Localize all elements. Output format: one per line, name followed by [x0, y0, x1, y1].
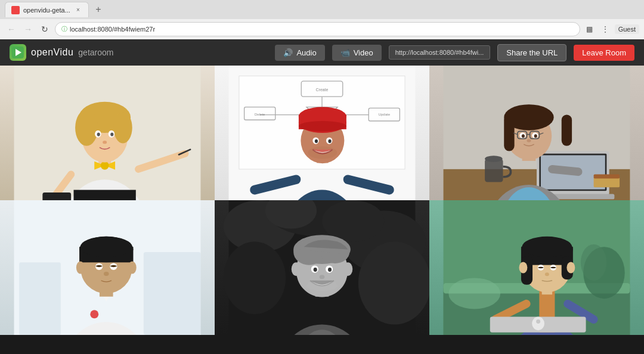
- svg-point-112: [314, 268, 317, 272]
- svg-rect-63: [562, 115, 572, 146]
- svg-point-136: [519, 262, 527, 273]
- audio-button[interactable]: 🔊 Audio: [275, 45, 324, 61]
- video-cell-6: [429, 200, 644, 335]
- svg-rect-21: [74, 190, 136, 200]
- video-cell-2: Create Delete Update: [215, 66, 429, 200]
- tab-title: openvidu-geta...: [23, 7, 70, 14]
- svg-point-137: [566, 262, 575, 273]
- svg-point-100: [358, 242, 429, 325]
- video-icon: 📹: [340, 48, 350, 57]
- svg-point-15: [110, 133, 113, 136]
- svg-point-45: [328, 139, 331, 143]
- logo-icon: [10, 44, 26, 61]
- svg-point-115: [320, 275, 325, 279]
- svg-point-89: [80, 237, 132, 257]
- svg-point-94: [128, 262, 137, 274]
- forward-button[interactable]: →: [21, 23, 35, 36]
- svg-point-74: [527, 139, 531, 142]
- svg-point-7: [101, 162, 109, 170]
- svg-point-46: [308, 147, 338, 159]
- participant-4-video: [0, 200, 215, 335]
- svg-point-10: [75, 110, 98, 146]
- svg-point-56: [485, 156, 503, 162]
- svg-point-116: [292, 262, 301, 276]
- participant-6-video: [429, 200, 644, 335]
- svg-point-114: [306, 281, 338, 291]
- video-grid: Create Delete Update: [0, 66, 644, 335]
- participant-5-video: [215, 200, 429, 335]
- app-logo: openVidu getaroom: [10, 44, 113, 61]
- svg-point-123: [581, 244, 606, 281]
- svg-point-117: [343, 262, 353, 276]
- video-button[interactable]: 📹 Video: [332, 45, 382, 61]
- svg-point-64: [505, 106, 553, 129]
- svg-point-41: [299, 121, 346, 131]
- settings-icon[interactable]: ⋮: [599, 23, 611, 35]
- app-name: openVidu: [31, 47, 73, 58]
- svg-point-113: [328, 268, 332, 272]
- cast-icon[interactable]: ▩: [584, 23, 596, 35]
- video-cell-1: [0, 66, 215, 200]
- svg-point-102: [322, 200, 384, 242]
- svg-point-44: [315, 139, 318, 143]
- browser-tab[interactable]: openvidu-geta... ×: [5, 2, 89, 17]
- video-cell-3: [429, 66, 644, 200]
- reload-button[interactable]: ↻: [38, 23, 51, 36]
- svg-text:Delete: Delete: [255, 112, 265, 116]
- share-url-button[interactable]: Share the URL: [497, 44, 566, 61]
- app-header: openVidu getaroom 🔊 Audio 📹 Video http:/…: [0, 39, 644, 66]
- address-bar[interactable]: ⓘ localhost:8080/#hb4fwiem27r: [55, 22, 580, 36]
- svg-point-142: [536, 319, 540, 324]
- svg-point-67: [522, 134, 525, 138]
- svg-line-75: [552, 169, 578, 172]
- svg-point-16: [103, 141, 107, 144]
- svg-rect-20: [42, 192, 71, 200]
- svg-point-130: [522, 237, 572, 257]
- new-tab-button[interactable]: +: [91, 2, 106, 17]
- svg-point-141: [532, 317, 544, 331]
- room-name: getaroom: [78, 48, 113, 57]
- share-label: Share the URL: [506, 48, 558, 57]
- svg-rect-80: [144, 252, 201, 335]
- room-url-display: http://localhost:8080/#hb4fwi...: [389, 45, 491, 60]
- audio-icon: 🔊: [283, 48, 293, 57]
- svg-point-11: [113, 112, 132, 143]
- video-cell-4: [0, 200, 215, 335]
- svg-point-121: [448, 278, 500, 309]
- participant-1-video: [0, 66, 215, 200]
- guest-label: Guest: [615, 24, 639, 34]
- participant-3-video: [429, 66, 644, 200]
- back-button[interactable]: ←: [5, 23, 18, 36]
- browser-tab-bar: openvidu-geta... × +: [0, 0, 644, 19]
- svg-rect-77: [594, 175, 620, 179]
- tab-favicon: [11, 6, 20, 14]
- tab-close-icon[interactable]: ×: [74, 6, 82, 14]
- svg-text:Create: Create: [316, 88, 329, 92]
- svg-point-99: [224, 242, 286, 315]
- participant-2-video: Create Delete Update: [215, 66, 429, 200]
- video-cell-5: [215, 200, 429, 335]
- svg-rect-55: [485, 159, 503, 182]
- svg-point-93: [76, 262, 85, 274]
- address-text: localhost:8080/#hb4fwiem27r: [70, 26, 155, 33]
- svg-point-84: [90, 310, 98, 318]
- video-label: Video: [354, 48, 373, 57]
- svg-point-135: [545, 272, 549, 276]
- lock-icon: ⓘ: [61, 25, 67, 33]
- svg-point-92: [104, 272, 109, 276]
- svg-point-68: [534, 134, 537, 138]
- audio-label: Audio: [296, 48, 316, 57]
- leave-room-button[interactable]: Leave Room: [574, 45, 634, 61]
- svg-text:Update: Update: [379, 112, 391, 116]
- svg-rect-81: [19, 262, 61, 335]
- leave-label: Leave Room: [582, 48, 626, 57]
- browser-nav-bar: ← → ↻ ⓘ localhost:8080/#hb4fwiem27r ▩ ⋮ …: [0, 19, 644, 39]
- svg-point-14: [97, 133, 100, 136]
- nav-right-icons: ▩ ⋮ Guest: [584, 23, 639, 35]
